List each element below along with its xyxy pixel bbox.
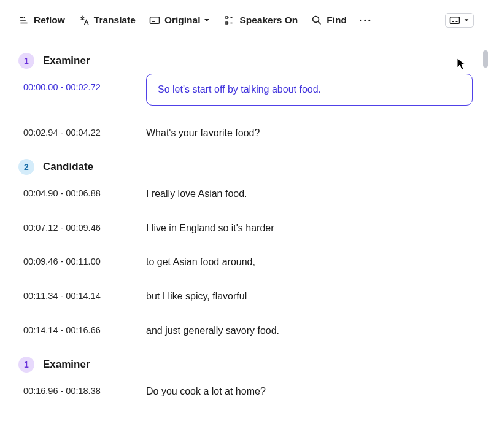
speakers-icon xyxy=(224,15,235,26)
line-text[interactable]: but I like spicy, flavorful xyxy=(146,288,473,303)
translate-button[interactable]: Translate xyxy=(77,12,137,28)
speakers-button[interactable]: Speakers On xyxy=(223,12,299,28)
svg-rect-0 xyxy=(150,17,159,24)
caption-icon xyxy=(449,16,460,25)
timestamp: 00:04.90 - 00:06.88 xyxy=(23,186,129,198)
speaker-name: Examiner xyxy=(43,358,90,371)
speaker-header-examiner[interactable]: 1 Examiner xyxy=(18,357,473,373)
scrollbar-thumb[interactable] xyxy=(483,50,488,68)
speaker-name: Examiner xyxy=(43,55,90,67)
speaker-header-candidate[interactable]: 2 Candidate xyxy=(18,159,473,175)
chevron-down-icon xyxy=(203,17,211,24)
search-icon xyxy=(311,15,322,26)
timestamp: 00:16.96 - 00:18.38 xyxy=(23,384,129,396)
transcript-line[interactable]: 00:07.12 - 00:09.46 I live in England so… xyxy=(23,220,473,235)
original-button[interactable]: Original xyxy=(148,12,212,28)
timestamp: 00:00.00 - 00:02.72 xyxy=(23,80,129,92)
translate-label: Translate xyxy=(94,15,136,26)
speaker-name: Candidate xyxy=(43,161,93,173)
transcript-line[interactable]: 00:04.90 - 00:06.88 I really love Asian … xyxy=(23,186,473,201)
subtitle-icon xyxy=(149,16,160,25)
reflow-button[interactable]: Reflow xyxy=(17,12,66,28)
speaker-header-examiner[interactable]: 1 Examiner xyxy=(18,53,473,69)
transcript-line[interactable]: 00:00.00 - 00:02.72 So let's start off b… xyxy=(23,80,473,106)
transcript-line[interactable]: 00:16.96 - 00:18.38 Do you cook a lot at… xyxy=(23,384,473,398)
transcript-area: 1 Examiner 00:00.00 - 00:02.72 So let's … xyxy=(0,49,491,448)
reflow-label: Reflow xyxy=(34,15,65,26)
timestamp: 00:02.94 - 00:04.22 xyxy=(23,125,129,137)
line-text[interactable]: and just generally savory food. xyxy=(146,323,473,338)
line-text[interactable]: to get Asian food around, xyxy=(146,254,473,269)
find-label: Find xyxy=(327,15,347,26)
timestamp: 00:11.34 - 00:14.14 xyxy=(23,288,129,301)
original-label: Original xyxy=(164,15,201,26)
caption-style-button[interactable] xyxy=(445,13,474,28)
chevron-down-icon xyxy=(463,17,470,23)
speaker-badge: 1 xyxy=(18,357,34,373)
line-text[interactable]: So let's start off by talking about food… xyxy=(146,74,473,106)
translate-icon xyxy=(79,15,90,26)
svg-rect-2 xyxy=(450,17,460,24)
transcript-line[interactable]: 00:02.94 - 00:04.22 What's your favorite… xyxy=(23,125,473,140)
reflow-icon xyxy=(18,15,29,26)
toolbar: Reflow Translate Original xyxy=(0,0,491,38)
speaker-badge: 2 xyxy=(18,159,34,175)
transcript-line[interactable]: 00:11.34 - 00:14.14 but I like spicy, fl… xyxy=(23,288,473,303)
speakers-label: Speakers On xyxy=(239,15,298,26)
transcript-line[interactable]: 00:14.14 - 00:16.66 and just generally s… xyxy=(23,323,473,338)
transcript-line[interactable]: 00:09.46 - 00:11.00 to get Asian food ar… xyxy=(23,254,473,269)
timestamp: 00:07.12 - 00:09.46 xyxy=(23,220,129,233)
speaker-badge: 1 xyxy=(18,53,34,69)
find-button[interactable]: Find xyxy=(310,12,348,28)
line-text[interactable]: I live in England so it's harder xyxy=(146,220,473,235)
line-text[interactable]: Do you cook a lot at home? xyxy=(146,384,473,398)
timestamp: 00:14.14 - 00:16.66 xyxy=(23,323,129,335)
scrollbar[interactable] xyxy=(483,50,488,436)
line-text[interactable]: What's your favorite food? xyxy=(146,125,473,140)
timestamp: 00:09.46 - 00:11.00 xyxy=(23,254,129,266)
line-text[interactable]: I really love Asian food. xyxy=(146,186,473,201)
